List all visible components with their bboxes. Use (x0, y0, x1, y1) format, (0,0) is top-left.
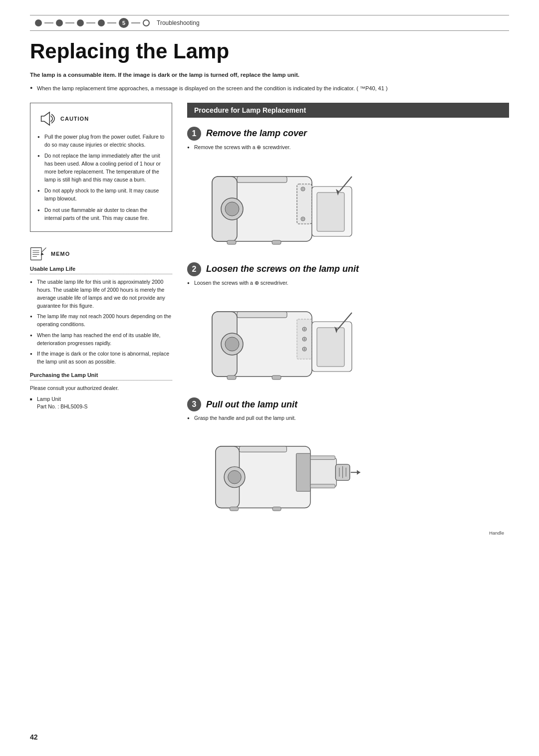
nav-dots: 5 (35, 18, 150, 28)
caution-item-3: Do not apply shock to the lamp unit. It … (37, 187, 165, 203)
svg-rect-46 (272, 376, 281, 379)
memo-item-4: If the image is dark or the color tone i… (30, 350, 172, 366)
svg-marker-7 (41, 252, 44, 255)
page-container: 5 Troubleshooting Replacing the Lamp The… (0, 0, 539, 756)
lamp-part-no: Part No. : BHL5009-S (37, 403, 88, 409)
purchasing-divider (30, 380, 172, 380)
svg-rect-62 (230, 507, 239, 511)
memo-box: MEMO Usable Lamp Life The usable lamp li… (30, 242, 172, 416)
caution-title: CAUTION (60, 116, 89, 122)
purchasing-title: Purchasing the Lamp Unit (30, 372, 172, 378)
step-1-number: 1 (187, 127, 201, 141)
nav-bar: 5 Troubleshooting (30, 15, 509, 31)
step-3-title: Pull out the lamp unit (206, 399, 297, 410)
svg-rect-60 (310, 456, 335, 460)
step-3: 3 Pull out the lamp unit Grasp the handl… (187, 397, 509, 536)
memo-item-1: The usable lamp life for this unit is ap… (30, 278, 172, 310)
svg-rect-52 (296, 453, 311, 491)
step-2-items: Loosen the screws with a ⊕ screwdriver. (187, 279, 509, 287)
left-column: CAUTION Pull the power plug from the pow… (30, 103, 172, 547)
svg-rect-30 (237, 312, 287, 318)
svg-rect-21 (317, 192, 344, 231)
svg-rect-63 (272, 507, 281, 511)
right-column: Procedure for Lamp Replacement 1 Remove … (187, 103, 509, 547)
nav-dot-6 (143, 19, 150, 26)
lamp-unit-item: Lamp Unit Part No. : BHL5009-S (30, 395, 172, 411)
handle-label: Handle (187, 530, 509, 536)
svg-rect-51 (240, 446, 287, 452)
memo-items: The usable lamp life for this unit is ap… (30, 278, 172, 366)
caution-item-1: Pull the power plug from the power outle… (37, 133, 165, 149)
caution-header: CAUTION (37, 109, 165, 128)
step-2-number: 2 (187, 262, 201, 276)
svg-marker-0 (41, 112, 50, 125)
intro-bold: The lamp is a consumable item. If the im… (30, 71, 509, 79)
step-1-title: Remove the lamp cover (206, 128, 307, 139)
memo-title: MEMO (51, 251, 70, 257)
usable-lamp-divider (30, 274, 172, 274)
svg-rect-53 (310, 458, 336, 487)
step-1-header: 1 Remove the lamp cover (187, 127, 509, 141)
purchasing-section: Purchasing the Lamp Unit Please consult … (30, 372, 172, 411)
svg-rect-61 (310, 484, 335, 488)
nav-connector-1 (44, 22, 53, 23)
memo-header: MEMO (30, 247, 172, 261)
caution-icon (37, 109, 56, 128)
caution-items: Pull the power plug from the power outle… (37, 133, 165, 222)
step-2-header: 2 Loosen the screws on the lamp unit (187, 262, 509, 276)
step-2-title: Loosen the screws on the lamp unit (206, 264, 359, 274)
step-1-item-1: Remove the screws with a ⊕ screwdriver. (187, 144, 509, 152)
purchasing-text: Please consult your authorized dealer. (30, 384, 172, 392)
page-title: Replacing the Lamp (30, 40, 509, 63)
procedure-header: Procedure for Lamp Replacement (187, 103, 509, 118)
svg-point-29 (225, 337, 239, 351)
intro-note: When the lamp replacement time approache… (30, 84, 509, 93)
step-2-item-1: Loosen the screws with a ⊕ screwdriver. (187, 279, 509, 287)
nav-dot-4 (98, 19, 105, 26)
nav-dot-1 (35, 19, 42, 26)
nav-connector-4 (107, 22, 116, 23)
page-number: 42 (30, 733, 38, 741)
two-col-layout: CAUTION Pull the power plug from the pow… (30, 103, 509, 547)
svg-rect-1 (31, 248, 42, 260)
memo-icon (30, 247, 47, 261)
nav-dot-3 (77, 19, 84, 26)
svg-rect-45 (227, 376, 236, 379)
svg-rect-25 (272, 240, 281, 244)
step-1-items: Remove the screws with a ⊕ screwdriver. (187, 144, 509, 152)
nav-label: Troubleshooting (157, 19, 200, 26)
svg-point-11 (225, 202, 239, 216)
caution-item-2: Do not replace the lamp immediately afte… (37, 152, 165, 184)
nav-dot-2 (56, 19, 63, 26)
nav-connector-3 (86, 22, 95, 23)
step-3-illustration (197, 427, 367, 522)
step-1: 1 Remove the lamp cover Remove the screw… (187, 127, 509, 251)
step-3-number: 3 (187, 397, 201, 411)
caution-box: CAUTION Pull the power plug from the pow… (30, 103, 172, 232)
step-1-illustration (197, 157, 367, 251)
step-2-illustration (197, 292, 367, 386)
step-2: 2 Loosen the screws on the lamp unit Loo… (187, 262, 509, 387)
svg-rect-24 (227, 240, 236, 244)
lamp-unit-label: Lamp Unit (37, 396, 61, 402)
step-3-header: 3 Pull out the lamp unit (187, 397, 509, 411)
nav-connector-5 (131, 22, 140, 23)
usable-lamp-life-title: Usable Lamp Life (30, 266, 172, 272)
caution-item-4: Do not use flammable air duster to clean… (37, 206, 165, 222)
svg-line-6 (41, 248, 46, 252)
svg-point-50 (228, 471, 242, 484)
nav-number: 5 (119, 18, 129, 28)
memo-item-2: The lamp life may not reach 2000 hours d… (30, 313, 172, 329)
step-3-items: Grasp the handle and pull out the lamp u… (187, 414, 509, 422)
svg-rect-42 (317, 328, 344, 367)
svg-marker-59 (357, 470, 360, 475)
memo-item-3: When the lamp has reached the end of its… (30, 332, 172, 348)
svg-rect-12 (237, 177, 287, 183)
nav-connector-2 (65, 22, 74, 23)
step-3-item-1: Grasp the handle and pull out the lamp u… (187, 414, 509, 422)
